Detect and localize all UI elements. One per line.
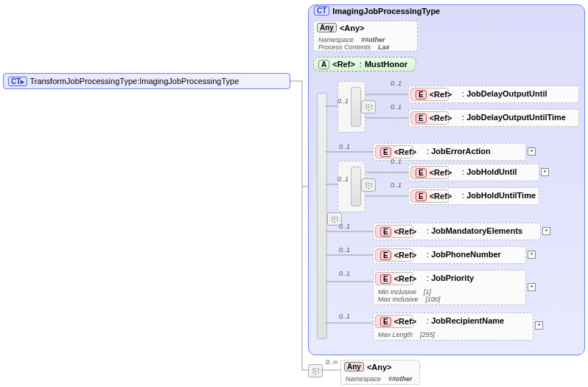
e9-maxlen: Max Length[255] [378,331,435,338]
e5-content: : JobHoldUntilTime [462,191,536,200]
e-chip: E [380,227,391,237]
e7-ref: <Ref> [394,251,417,259]
root-type-left: TransformJobProcessingType [29,77,137,86]
attr-colon: : [360,60,362,69]
e5-ref: <Ref> [430,192,452,201]
e6-ref: <Ref> [394,227,417,236]
bottom-any-card: 0..∞ [326,358,337,366]
e7-card: 0..1 [339,246,350,254]
ct-chip: CT▸ [8,77,27,86]
e4-wrap: E <Ref> : JobHoldUntil [408,164,539,181]
any-chip: Any [344,362,364,372]
e6-card: 0..1 [339,223,350,230]
group-1-seq [351,87,361,127]
ct-root-box: CT▸ TransformJobProcessingType : Imaging… [3,73,290,89]
e2-card: 0..1 [391,103,402,111]
attr-musthonor: A <Ref> : MustHonor [313,57,416,72]
e4-expand-icon[interactable]: + [541,168,549,176]
bottom-any-ns: Namespace##other [346,375,413,383]
e-chip: E [416,114,427,123]
e7-wrap: E <Ref> : JobPhoneNumber [373,246,526,264]
e9-wrap: E <Ref> : JobRecipientName Max Length[25… [373,313,533,341]
e8-min: Min Inclusive[1] [378,288,431,296]
e3-ref: <Ref> [394,147,417,156]
a-chip: A [318,60,329,69]
e8-card: 0..1 [339,270,350,277]
e-chip: E [380,251,391,260]
e4-content: : JobHoldUntil [462,167,517,176]
e8-content: : JobPriority [427,273,474,282]
e6-wrap: E <Ref> : JobMandatoryElements [373,223,541,240]
e7-content: : JobPhoneNumber [427,250,501,259]
e-chip: E [416,90,427,100]
e2-content: : JobDelayOutputUntilTime [462,113,566,122]
e3-card: 0..1 [339,143,350,150]
group-2-card: 0..1 [337,175,349,183]
e-chip: E [380,274,391,284]
group-2-icon: ⋮⋮ [361,178,376,192]
e9-expand-icon[interactable]: + [535,321,543,330]
e4-card: 0..1 [391,158,402,165]
any-top-ns: Namespace##other [318,36,385,43]
any-top-pc: Process ContentsLax [318,43,390,51]
e9-content: : JobRecipientName [427,316,504,325]
e1-wrap: E <Ref> : JobDelayOutputUntil [408,86,579,103]
main-sequence [317,93,327,339]
e9-ref: <Ref> [394,317,417,326]
e2-ref: <Ref> [430,114,452,122]
e6-expand-icon[interactable]: + [542,227,550,235]
any-top-wrap: Any <Any> Namespace##other Process Conte… [313,21,418,52]
e1-ref: <Ref> [430,90,452,99]
e1-content: : JobDelayOutputUntil [462,89,547,98]
e1-card: 0..1 [391,80,402,87]
bottom-any-label: <Any> [367,363,392,372]
e-chip: E [380,147,391,157]
group-1-card: 0..1 [337,97,349,105]
e-chip: E [380,317,391,327]
any-chip: Any [317,23,337,32]
any-top-label: <Any> [340,24,365,32]
attr-name: MustHonor [365,60,407,69]
e2-wrap: E <Ref> : JobDelayOutputUntilTime [408,109,579,127]
e3-content: : JobErrorAction [427,147,491,156]
root-type-right: ImagingJobProcessingType [139,77,239,86]
group-2-seq [351,167,361,206]
e-chip: E [416,168,427,178]
ct-container-title: ImagingJobProcessingType [332,7,440,15]
e5-wrap: E <Ref> : JobHoldUntilTime [408,187,539,205]
e5-card: 0..1 [391,181,402,189]
e8-wrap: E <Ref> : JobPriority Min Inclusive[1] M… [373,270,526,305]
bottom-any-wrap: Any <Any> Namespace##other [340,360,420,385]
e7-expand-icon[interactable]: + [528,251,536,259]
e3-expand-icon[interactable]: + [528,147,536,156]
e9-card: 0..1 [339,313,350,320]
ct-chip: CT [314,6,329,15]
ct-container-header: CT ImagingJobProcessingType [314,6,440,15]
bottom-seq-icon: ⋮⋮ [308,364,323,377]
e-chip: E [416,192,427,201]
e6-content: : JobMandatoryElements [427,226,522,235]
e8-expand-icon[interactable]: + [528,283,536,291]
e8-ref: <Ref> [394,274,417,283]
attr-ref: <Ref> [332,60,355,69]
e4-ref: <Ref> [430,168,452,177]
group-1-icon: ⋮⋮ [361,100,376,114]
e8-max: Max Inclusive[100] [378,296,441,303]
